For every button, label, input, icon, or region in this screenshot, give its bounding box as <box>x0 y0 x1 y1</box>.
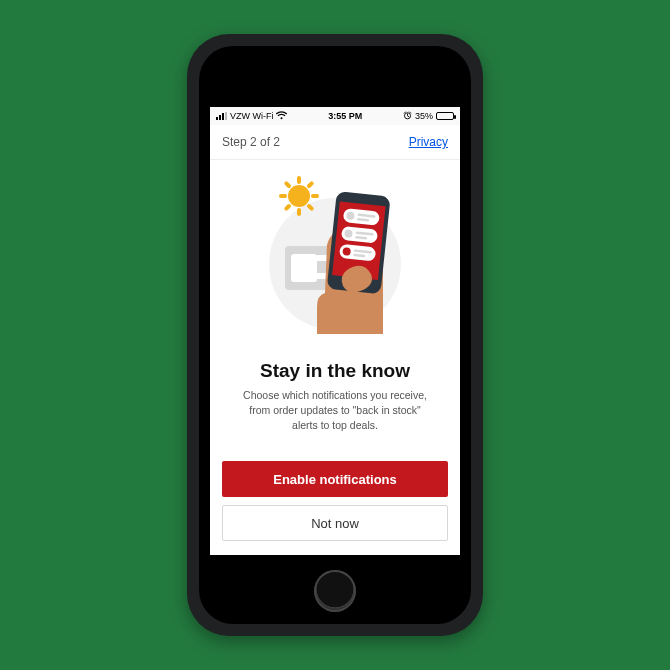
bezel: VZW Wi-Fi 3:55 PM 35% <box>202 49 468 621</box>
wifi-icon <box>276 111 287 122</box>
screen: VZW Wi-Fi 3:55 PM 35% <box>210 107 460 555</box>
svg-line-7 <box>309 183 312 186</box>
app-root: Step 2 of 2 Privacy <box>210 125 460 555</box>
battery-pct-label: 35% <box>415 111 433 121</box>
hero-illustration <box>210 160 460 334</box>
privacy-link[interactable]: Privacy <box>409 135 448 149</box>
status-right: 35% <box>403 111 454 122</box>
battery-icon <box>436 112 454 120</box>
not-now-button[interactable]: Not now <box>222 505 448 541</box>
spacer <box>210 434 460 451</box>
device-inner: VZW Wi-Fi 3:55 PM 35% <box>199 46 471 624</box>
button-group: Enable notifications Not now <box>210 451 460 555</box>
carrier-label: VZW Wi-Fi <box>230 111 273 121</box>
device-frame: VZW Wi-Fi 3:55 PM 35% <box>187 34 483 636</box>
svg-line-9 <box>286 183 289 186</box>
page-title: Stay in the know <box>210 360 460 382</box>
signal-bars-icon <box>216 112 227 120</box>
svg-line-10 <box>309 206 312 209</box>
status-left: VZW Wi-Fi <box>216 111 287 122</box>
enable-notifications-button[interactable]: Enable notifications <box>222 461 448 497</box>
clock-label: 3:55 PM <box>328 111 362 121</box>
page-subtitle: Choose which notifications you receive, … <box>210 382 460 434</box>
svg-rect-12 <box>291 254 317 282</box>
step-label: Step 2 of 2 <box>222 135 280 149</box>
app-header: Step 2 of 2 Privacy <box>210 125 460 160</box>
notifications-illustration-icon <box>251 174 419 334</box>
svg-line-8 <box>286 206 289 209</box>
status-bar: VZW Wi-Fi 3:55 PM 35% <box>210 107 460 125</box>
home-button[interactable] <box>314 570 356 612</box>
svg-point-2 <box>288 185 310 207</box>
alarm-icon <box>403 111 412 122</box>
